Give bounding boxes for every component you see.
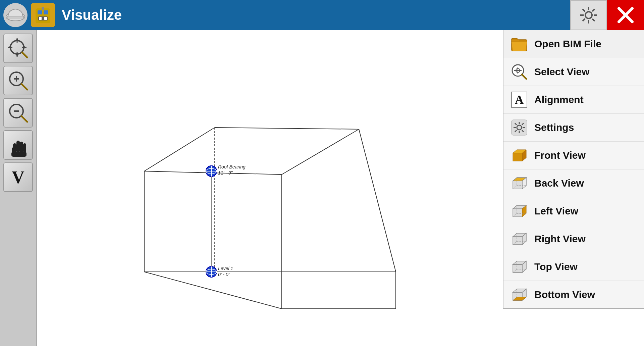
svg-line-15	[592, 19, 595, 21]
svg-marker-27	[16, 54, 18, 57]
svg-rect-1	[7, 16, 24, 18]
menu-label-top-view: Top View	[534, 261, 578, 273]
menu-item-select-view[interactable]: Select View	[503, 58, 644, 86]
svg-rect-3	[38, 10, 42, 14]
menu-item-bottom-view[interactable]: Bottom View	[503, 281, 644, 308]
svg-line-33	[21, 84, 27, 90]
svg-line-25	[22, 52, 27, 57]
app-title: Visualize	[62, 7, 122, 23]
svg-text:Level 1: Level 1	[218, 266, 233, 271]
svg-line-53	[359, 129, 396, 272]
svg-rect-40	[23, 143, 26, 153]
canvas-area[interactable]: Roof Bearing 11' - 9" Level 1 0' - 0"	[37, 30, 644, 346]
gear-icon	[510, 118, 528, 137]
menu-item-top-view[interactable]: Top View	[503, 253, 644, 281]
menu-item-alignment[interactable]: A Alignment	[503, 86, 644, 114]
menu-label-select-view: Select View	[534, 66, 590, 78]
svg-line-72	[522, 75, 526, 79]
cube-top-icon	[510, 258, 528, 276]
menu-item-open-bim[interactable]: Open BIM File	[503, 30, 644, 58]
svg-marker-29	[24, 46, 26, 49]
dropdown-menu: Open BIM File Select View	[503, 30, 644, 309]
menu-label-right-view: Right View	[534, 233, 586, 245]
svg-text:11' - 9": 11' - 9"	[218, 170, 233, 176]
menu-item-back-view[interactable]: Back View	[503, 169, 644, 197]
menu-label-front-view: Front View	[534, 150, 586, 161]
svg-line-36	[21, 116, 27, 122]
text-a-icon: A	[510, 91, 528, 109]
svg-line-17	[583, 19, 585, 21]
header-right	[570, 0, 644, 30]
svg-text:0' - 0": 0' - 0"	[218, 272, 230, 277]
logo-area: Visualize	[0, 3, 122, 27]
cube-front-icon	[510, 146, 528, 164]
svg-line-48	[282, 129, 359, 175]
helmet-icon	[3, 3, 28, 27]
pan-tool[interactable]	[3, 130, 33, 160]
svg-rect-8	[42, 7, 44, 10]
text-tool[interactable]: V	[3, 162, 33, 192]
cube-bottom-icon	[510, 286, 528, 304]
menu-item-left-view[interactable]: Left View	[503, 197, 644, 225]
zoom-out-tool[interactable]	[3, 98, 33, 128]
pan-zoom-tool[interactable]	[3, 34, 33, 63]
menu-label-bottom-view: Bottom View	[534, 289, 595, 300]
svg-rect-86	[513, 153, 522, 161]
svg-line-46	[144, 128, 215, 171]
svg-rect-39	[20, 142, 23, 153]
robot-icon	[31, 3, 55, 27]
lens-icon	[510, 63, 528, 81]
menu-label-left-view: Left View	[534, 205, 578, 217]
menu-item-settings[interactable]: Settings	[503, 114, 644, 142]
left-toolbar: V	[0, 30, 37, 346]
folder-icon	[510, 35, 528, 53]
settings-button[interactable]	[570, 0, 607, 30]
svg-marker-28	[8, 46, 10, 49]
svg-rect-6	[39, 17, 42, 20]
svg-line-43	[144, 272, 282, 309]
svg-point-9	[585, 12, 592, 18]
zoom-in-tool[interactable]	[3, 66, 33, 95]
cube-right-icon	[510, 230, 528, 248]
svg-rect-38	[16, 141, 20, 153]
svg-rect-42	[11, 152, 26, 157]
menu-label-alignment: Alignment	[534, 94, 584, 105]
menu-label-open-bim: Open BIM File	[534, 38, 601, 50]
svg-line-47	[215, 128, 359, 129]
svg-rect-7	[44, 17, 47, 20]
menu-label-back-view: Back View	[534, 178, 584, 189]
cube-left-icon	[510, 202, 528, 220]
svg-text:Roof Bearing: Roof Bearing	[218, 164, 246, 169]
menu-item-front-view[interactable]: Front View	[503, 142, 644, 169]
svg-rect-4	[44, 10, 48, 14]
svg-line-16	[592, 9, 595, 11]
main-area: V	[0, 30, 644, 346]
menu-label-settings: Settings	[534, 122, 574, 133]
svg-marker-26	[16, 38, 18, 41]
header: Visualize	[0, 0, 644, 30]
close-button[interactable]	[607, 0, 644, 30]
cube-back-icon	[510, 174, 528, 192]
menu-item-right-view[interactable]: Right View	[503, 225, 644, 253]
svg-line-14	[583, 9, 585, 11]
